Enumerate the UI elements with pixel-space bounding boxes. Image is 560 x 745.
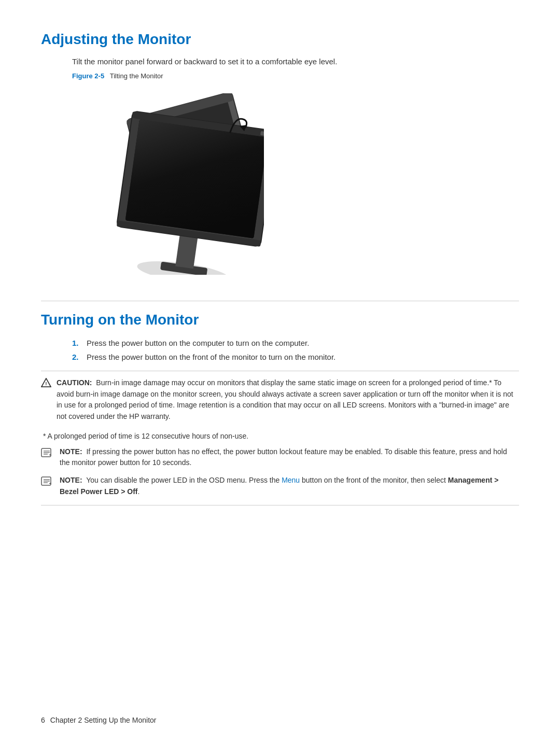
note-1: NOTE: If pressing the power button has n…: [41, 446, 519, 469]
section1-title: Adjusting the Monitor: [41, 31, 519, 48]
section2-title: Turning on the Monitor: [41, 312, 519, 328]
svg-rect-10: [125, 119, 264, 238]
section-divider: [41, 301, 519, 301]
note-1-label: NOTE:: [60, 447, 82, 456]
caution-label: CAUTION:: [57, 378, 92, 387]
note-1-text: NOTE: If pressing the power button has n…: [60, 446, 519, 469]
footnote: * A prolonged period of time is 12 conse…: [41, 432, 519, 440]
step-1: 1. Press the power button on the compute…: [72, 339, 519, 347]
step-1-number: 1.: [72, 339, 87, 347]
caution-icon: !: [41, 378, 52, 387]
caution-box: ! CAUTION: Burn-in image damage may occu…: [41, 371, 519, 427]
caution-text: CAUTION: Burn-in image damage may occur …: [57, 377, 519, 423]
page-footer: 6 Chapter 2 Setting Up the Monitor: [41, 716, 156, 724]
section1-intro: Tilt the monitor panel forward or backwa…: [72, 57, 519, 66]
step-2-number: 2.: [72, 353, 87, 361]
note-icon-1: [41, 446, 55, 458]
note-2-label: NOTE:: [60, 476, 82, 484]
note-2-before: You can disable the power LED in the OSD…: [86, 476, 282, 484]
note-2-text: NOTE: You can disable the power LED in t…: [60, 475, 519, 497]
page-number: 6: [41, 716, 45, 724]
step-2-text: Press the power button on the front of t…: [87, 353, 519, 361]
chapter-label: Chapter 2 Setting Up the Monitor: [50, 716, 157, 724]
note-2-end: .: [138, 487, 140, 496]
note-1-body: If pressing the power button has no effe…: [60, 447, 507, 467]
figure-image: [72, 88, 269, 280]
note-2: NOTE: You can disable the power LED in t…: [41, 475, 519, 505]
menu-link[interactable]: Menu: [282, 476, 300, 484]
note-icon-2: [41, 475, 55, 486]
step-1-text: Press the power button on the computer t…: [87, 339, 519, 347]
svg-text:!: !: [45, 381, 47, 386]
step-2: 2. Press the power button on the front o…: [72, 353, 519, 361]
figure-label: Figure 2-5 Tilting the Monitor: [72, 72, 519, 80]
caution-body: Burn-in image damage may occur on monito…: [57, 378, 513, 420]
steps-list: 1. Press the power button on the compute…: [72, 339, 519, 361]
note-2-after: button on the front of the monitor, then…: [300, 476, 448, 484]
